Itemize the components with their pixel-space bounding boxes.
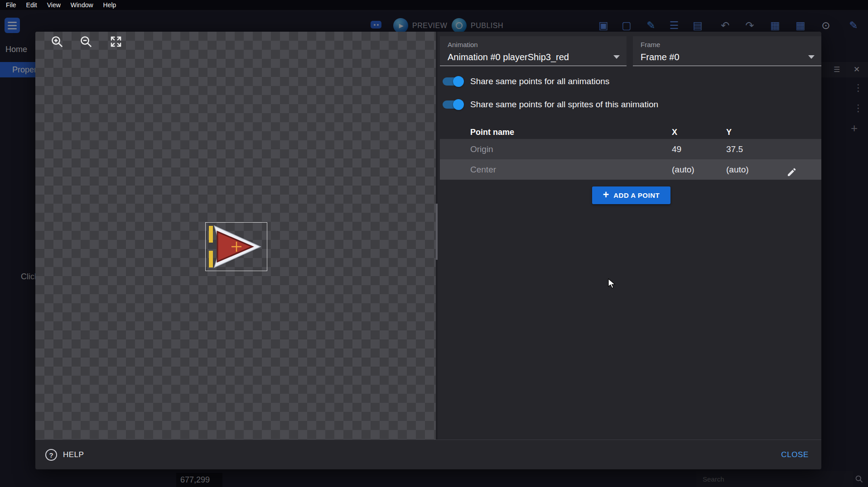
toggle-label: Share same points for all sprites of thi… [470, 96, 658, 113]
animation-select[interactable]: Animation Animation #0 playerShip3_red [440, 36, 627, 66]
expand-icon [109, 35, 123, 48]
animation-select-value: Animation #0 playerShip3_red [448, 52, 569, 62]
pencil-icon [786, 167, 797, 177]
mouse-cursor [608, 278, 616, 289]
frame-select-value: Frame #0 [641, 52, 680, 62]
edit-point-button[interactable] [786, 164, 797, 175]
point-y-cell[interactable]: (auto) [726, 159, 749, 180]
help-icon: ? [45, 449, 57, 461]
fit-to-screen-button[interactable] [108, 34, 124, 49]
point-name-cell: Origin [470, 139, 493, 159]
chevron-down-icon [613, 55, 620, 59]
chevron-down-icon [808, 55, 815, 59]
table-row-center[interactable]: Center (auto) (auto) [440, 159, 821, 180]
menu-file[interactable]: File [1, 1, 21, 9]
animation-select-label: Animation [448, 41, 478, 48]
dialog-footer: ? HELP CLOSE [35, 439, 821, 469]
points-canvas[interactable] [35, 32, 436, 439]
points-panel: Animation Animation #0 playerShip3_red F… [438, 32, 821, 439]
header-y: Y [726, 124, 732, 140]
help-label: HELP [63, 450, 84, 459]
add-point-button[interactable]: + ADD A POINT [592, 186, 670, 204]
menu-window[interactable]: Window [66, 1, 98, 9]
close-button[interactable]: CLOSE [781, 440, 809, 470]
plus-icon: + [603, 190, 609, 200]
menu-view[interactable]: View [42, 1, 66, 9]
header-x: X [672, 124, 677, 140]
menu-bar: File Edit View Window Help [0, 0, 868, 10]
add-point-label: ADD A POINT [613, 191, 660, 199]
frame-select-label: Frame [641, 41, 660, 48]
zoom-out-icon [79, 35, 93, 48]
header-point-name: Point name [470, 124, 514, 140]
zoom-out-button[interactable] [78, 34, 94, 49]
edit-points-dialog: Animation Animation #0 playerShip3_red F… [35, 32, 821, 469]
zoom-in-button[interactable] [49, 34, 65, 49]
point-name-cell: Center [470, 159, 496, 180]
table-row-origin[interactable]: Origin 49 37.5 [440, 139, 821, 159]
toggle-row-all-sprites: Share same points for all sprites of thi… [438, 96, 821, 113]
point-x-cell[interactable]: 49 [672, 139, 681, 159]
points-table-header: Point name X Y [438, 124, 821, 140]
point-x-cell[interactable]: (auto) [672, 159, 694, 180]
menu-edit[interactable]: Edit [21, 1, 42, 9]
zoom-in-icon [50, 35, 64, 48]
share-points-all-sprites-toggle[interactable] [443, 100, 463, 109]
frame-select[interactable]: Frame Frame #0 [633, 36, 821, 66]
menu-help[interactable]: Help [98, 1, 121, 9]
point-y-cell[interactable]: 37.5 [726, 139, 743, 159]
share-points-all-animations-toggle[interactable] [443, 77, 463, 86]
help-button[interactable]: ? HELP [45, 440, 84, 470]
sprite-frame[interactable] [205, 222, 267, 271]
toggle-label: Share same points for all animations [470, 73, 609, 90]
toggle-row-all-animations: Share same points for all animations [438, 73, 821, 90]
player-ship-sprite [206, 223, 267, 271]
